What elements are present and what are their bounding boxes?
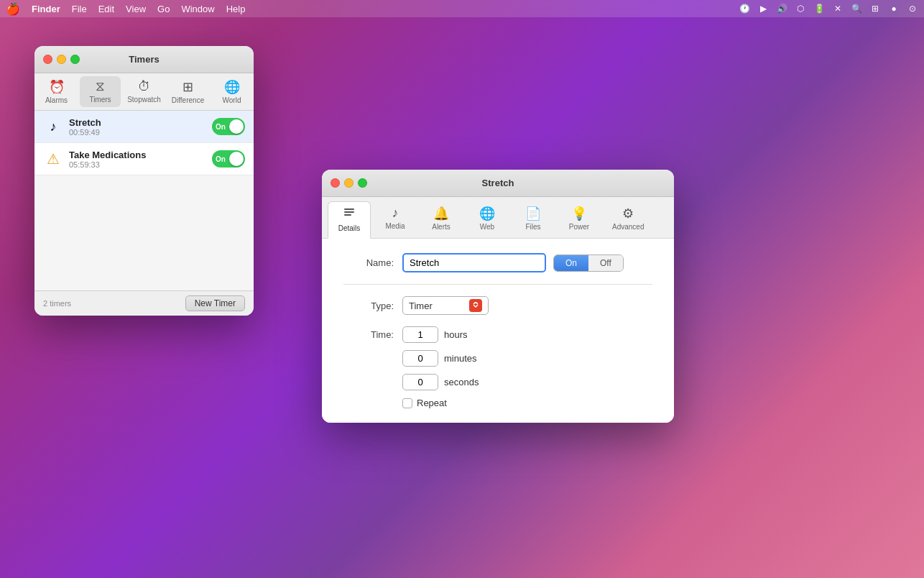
battery-icon[interactable]: 🔋 — [813, 3, 825, 14]
svg-rect-2 — [344, 214, 351, 216]
maximize-button[interactable] — [70, 55, 80, 64]
tab-difference[interactable]: ⊞ Difference — [167, 76, 208, 107]
user-icon[interactable]: ● — [888, 3, 900, 14]
stopwatch-label: Stopwatch — [127, 96, 161, 104]
timers-icon: ⧖ — [96, 79, 105, 94]
details-label: Details — [338, 224, 361, 232]
menu-window[interactable]: Window — [175, 4, 220, 14]
time-icon[interactable]: ⊙ — [907, 3, 918, 14]
stretch-minimize-button[interactable] — [344, 178, 354, 188]
minutes-row: minutes — [402, 350, 479, 367]
world-icon: 🌐 — [224, 79, 240, 95]
timers-window: Timers ⏰ Alarms ⧖ Timers ⏱ Stopwatch ⊞ D… — [34, 46, 254, 316]
stretch-window-title: Stretch — [482, 178, 514, 188]
tab-stopwatch[interactable]: ⏱ Stopwatch — [124, 76, 165, 107]
stretch-toggle[interactable]: On — [212, 118, 245, 135]
window-controls — [43, 55, 80, 64]
timers-label: Timers — [89, 96, 111, 104]
tab-media[interactable]: ♪ Media — [374, 201, 417, 238]
power-label: Power — [569, 223, 589, 231]
difference-icon: ⊞ — [183, 79, 193, 95]
seconds-unit: seconds — [444, 377, 479, 387]
tab-timers[interactable]: ⧖ Timers — [80, 76, 121, 107]
timers-toolbar: ⏰ Alarms ⧖ Timers ⏱ Stopwatch ⊞ Differen… — [34, 73, 254, 111]
files-icon: 📄 — [525, 206, 541, 221]
alerts-icon: 🔔 — [433, 206, 449, 221]
timers-window-title: Timers — [129, 54, 159, 65]
advanced-icon: ⚙ — [622, 206, 634, 221]
close-button[interactable] — [43, 55, 52, 64]
stretch-close-button[interactable] — [331, 178, 340, 188]
tab-advanced[interactable]: ⚙ Advanced — [604, 201, 652, 238]
svg-rect-0 — [344, 208, 354, 210]
toggle-knob — [229, 119, 244, 134]
medications-toggle[interactable]: On — [212, 150, 245, 168]
menu-view[interactable]: View — [120, 4, 152, 14]
wifi-off-icon[interactable]: ✕ — [832, 3, 844, 14]
minimize-button[interactable] — [57, 55, 66, 64]
hours-unit: hours — [444, 329, 468, 340]
media-label: Media — [385, 222, 405, 230]
time-section: Time: hours minutes seconds Repeat — [343, 326, 652, 408]
hours-row: hours — [402, 326, 479, 343]
timer-row-stretch[interactable]: ♪ Stretch 00:59:49 On — [34, 111, 254, 143]
medications-time: 05:59:33 — [69, 160, 212, 169]
time-inputs: hours minutes seconds Repeat — [402, 326, 479, 408]
stretch-titlebar: Stretch — [322, 170, 674, 197]
tab-details[interactable]: Details — [328, 201, 371, 239]
hours-input[interactable] — [402, 326, 438, 343]
menu-file[interactable]: File — [66, 4, 93, 14]
apple-menu[interactable]: 🍎 — [6, 2, 20, 16]
play-icon[interactable]: ▶ — [757, 3, 769, 14]
web-label: Web — [480, 223, 494, 231]
world-label: World — [223, 96, 241, 104]
stretch-content: Name: On Off Type: Timer — [322, 239, 674, 423]
minutes-input[interactable] — [402, 350, 438, 367]
seconds-input[interactable] — [402, 374, 438, 390]
timer-row-medications[interactable]: ⚠ Take Medications 05:59:33 On — [34, 143, 254, 175]
bluetooth-icon[interactable]: ⬡ — [795, 3, 806, 14]
form-divider — [343, 284, 652, 285]
stretch-maximize-button[interactable] — [358, 178, 367, 188]
type-select[interactable]: Timer — [402, 296, 489, 315]
repeat-row: Repeat — [402, 398, 479, 408]
svg-rect-1 — [344, 211, 354, 213]
control-center-icon[interactable]: ⊞ — [869, 3, 881, 14]
details-icon — [343, 206, 356, 223]
menu-edit[interactable]: Edit — [93, 4, 120, 14]
menubar: 🍎 Finder File Edit View Go Window Help 🕐… — [0, 0, 924, 17]
timers-titlebar: Timers — [34, 46, 254, 73]
type-select-value: Timer — [409, 301, 433, 311]
timers-footer: 2 timers New Timer — [34, 290, 254, 316]
files-label: Files — [525, 223, 540, 231]
on-button[interactable]: On — [554, 255, 588, 271]
new-timer-button[interactable]: New Timer — [185, 295, 245, 311]
name-row: Name: On Off — [343, 253, 652, 272]
toggle-knob-2 — [229, 152, 244, 166]
name-input[interactable] — [402, 253, 546, 272]
menu-go[interactable]: Go — [152, 4, 175, 14]
clock-icon[interactable]: 🕐 — [739, 3, 750, 14]
dropdown-arrow-icon — [469, 299, 482, 312]
menu-help[interactable]: Help — [221, 4, 251, 14]
media-icon: ♪ — [392, 206, 399, 221]
tab-alerts[interactable]: 🔔 Alerts — [420, 201, 463, 238]
tab-world[interactable]: 🌐 World — [211, 76, 252, 107]
repeat-label: Repeat — [417, 398, 447, 408]
tab-alarms[interactable]: ⏰ Alarms — [36, 76, 77, 107]
menu-finder[interactable]: Finder — [26, 4, 66, 14]
tab-power[interactable]: 💡 Power — [558, 201, 601, 238]
tab-files[interactable]: 📄 Files — [512, 201, 555, 238]
medications-icon: ⚠ — [43, 149, 63, 169]
off-button[interactable]: Off — [588, 255, 623, 271]
stretch-info: Stretch 00:59:49 — [69, 117, 212, 137]
timer-count: 2 timers — [43, 299, 71, 308]
type-label: Type: — [343, 301, 394, 311]
tab-web[interactable]: 🌐 Web — [466, 201, 509, 238]
repeat-checkbox[interactable] — [402, 398, 412, 408]
search-icon[interactable]: 🔍 — [851, 3, 862, 14]
medications-name: Take Medications — [69, 150, 212, 160]
volume-icon[interactable]: 🔊 — [776, 3, 787, 14]
empty-space — [34, 175, 254, 290]
stretch-window: Stretch Details ♪ Media 🔔 Alerts 🌐 Web — [322, 170, 674, 423]
